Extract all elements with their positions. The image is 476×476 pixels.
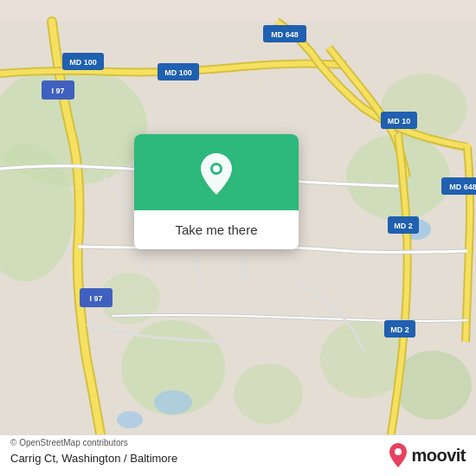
bottom-bar: © OpenStreetMap contributors Carrig Ct, … [0,434,476,476]
location-label: Carrig Ct, Washington / Baltimore [10,452,177,465]
map-container: I 97 I 97 MD 100 MD 100 MD 648 MD 648 MD… [0,0,476,476]
svg-point-6 [234,363,303,424]
svg-point-11 [154,390,192,415]
moovit-text: moovit [411,446,466,466]
popup-header [134,134,299,210]
svg-point-12 [117,411,143,428]
svg-point-32 [213,165,220,172]
svg-text:MD 2: MD 2 [394,222,413,230]
take-me-there-button[interactable]: Take me there [134,210,299,249]
svg-text:MD 100: MD 100 [69,58,97,67]
svg-text:MD 2: MD 2 [390,325,409,334]
moovit-pin-icon [389,443,408,467]
svg-text:MD 100: MD 100 [164,68,192,77]
svg-text:MD 648: MD 648 [271,30,299,39]
svg-text:I 97: I 97 [89,294,102,303]
osm-attribution: © OpenStreetMap contributors [10,438,128,447]
svg-text:I 97: I 97 [51,87,64,95]
svg-text:MD 648: MD 648 [449,183,476,191]
moovit-logo: moovit [389,443,466,467]
location-pin-icon [199,153,234,195]
svg-point-33 [395,448,402,455]
svg-text:MD 10: MD 10 [388,117,411,125]
popup-card: Take me there [134,134,299,249]
